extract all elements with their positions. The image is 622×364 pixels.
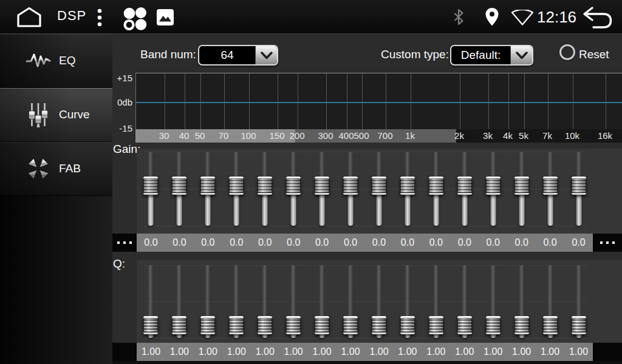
slider-knob[interactable]: [143, 316, 158, 334]
slider-track-upper: [291, 152, 296, 179]
apps-clover-icon[interactable]: [123, 7, 147, 31]
slider-knob[interactable]: [286, 316, 301, 334]
q-band-slider-4[interactable]: [222, 260, 251, 343]
slider-knob[interactable]: [143, 177, 158, 195]
slider-knob[interactable]: [457, 177, 472, 195]
chevron-down-icon[interactable]: [255, 46, 277, 64]
q-scroll-right-button[interactable]: [593, 343, 622, 361]
slider-knob[interactable]: [457, 316, 472, 334]
gain-band-slider-9[interactable]: [365, 149, 394, 234]
slider-knob[interactable]: [514, 177, 529, 195]
gain-band-slider-13[interactable]: [479, 149, 507, 234]
curve-faders-icon: [26, 102, 51, 127]
band-num-dropdown[interactable]: 64: [198, 45, 278, 66]
slider-knob[interactable]: [229, 177, 244, 195]
slider-knob[interactable]: [400, 316, 415, 334]
gain-band-slider-6[interactable]: [279, 149, 308, 234]
q-band-slider-12[interactable]: [450, 260, 479, 343]
gain-band-slider-12[interactable]: [450, 149, 479, 234]
gain-band-slider-5[interactable]: [251, 149, 279, 234]
gain-band-slider-3[interactable]: [194, 149, 222, 234]
slider-knob[interactable]: [572, 177, 586, 195]
q-band-slider-3[interactable]: [194, 260, 222, 343]
home-icon[interactable]: [15, 6, 44, 28]
q-band-slider-15[interactable]: [536, 260, 564, 343]
slider-knob[interactable]: [258, 177, 272, 195]
slider-track-upper: [547, 265, 553, 318]
eq-curve-graph[interactable]: [135, 73, 622, 129]
slider-knob[interactable]: [258, 316, 272, 334]
q-band-slider-13[interactable]: [479, 260, 507, 343]
sidebar-item-fab[interactable]: FAB: [0, 142, 112, 196]
q-band-slider-10[interactable]: [393, 260, 422, 343]
q-band-slider-2[interactable]: [165, 260, 194, 343]
band-num-label: Band num:: [140, 48, 196, 61]
q-band-slider-6[interactable]: [279, 260, 308, 343]
gain-band-slider-10[interactable]: [393, 149, 422, 234]
overflow-menu-icon[interactable]: [96, 8, 103, 27]
slider-knob[interactable]: [172, 177, 186, 195]
gain-band-slider-4[interactable]: [222, 149, 251, 234]
q-band-slider-7[interactable]: [308, 260, 337, 343]
slider-knob[interactable]: [229, 316, 244, 334]
freq-gridline: [573, 73, 573, 129]
gain-scroll-left-button[interactable]: [112, 234, 137, 252]
slider-knob[interactable]: [372, 316, 386, 334]
q-band-slider-9[interactable]: [365, 260, 394, 343]
slider-knob[interactable]: [200, 177, 215, 195]
slider-knob[interactable]: [514, 316, 529, 334]
slider-knob[interactable]: [543, 177, 558, 195]
slider-knob[interactable]: [486, 316, 501, 334]
gain-band-slider-7[interactable]: [308, 149, 337, 234]
gain-band-slider-8[interactable]: [337, 149, 365, 234]
slider-knob[interactable]: [400, 177, 415, 195]
gain-band-value-12: 0.0: [450, 234, 479, 252]
gain-band-slider-14[interactable]: [507, 149, 536, 234]
slider-knob[interactable]: [429, 316, 443, 334]
sidebar-item-eq[interactable]: EQ: [0, 34, 112, 88]
slider-track-upper: [262, 265, 268, 318]
gain-band-slider-1[interactable]: [137, 149, 165, 234]
q-band-slider-16[interactable]: [564, 260, 593, 343]
slider-knob[interactable]: [315, 316, 329, 334]
gain-band-slider-2[interactable]: [165, 149, 194, 234]
slider-knob[interactable]: [429, 177, 443, 195]
q-band-slider-1[interactable]: [137, 260, 165, 343]
slider-knob[interactable]: [200, 316, 215, 334]
frequency-axis: 304050701001502003004005007001k2k3k4k5k7…: [135, 129, 622, 143]
gain-band-value-15: 0.0: [536, 234, 564, 252]
q-band-value-9: 1.00: [365, 343, 394, 361]
gain-band-slider-16[interactable]: [564, 149, 593, 234]
gain-band-slider-15[interactable]: [536, 149, 564, 234]
custom-type-dropdown[interactable]: Default:: [450, 45, 533, 66]
gain-band-slider-11[interactable]: [422, 149, 450, 234]
q-band-slider-14[interactable]: [507, 260, 536, 343]
q-band-slider-8[interactable]: [337, 260, 365, 343]
slider-track-lower: [462, 192, 467, 226]
q-band-slider-11[interactable]: [422, 260, 450, 343]
slider-knob[interactable]: [572, 316, 586, 334]
q-section-label: Q:: [113, 257, 125, 271]
slider-knob[interactable]: [315, 177, 329, 195]
slider-track-upper: [462, 152, 467, 179]
slider-knob[interactable]: [486, 177, 501, 195]
slider-knob[interactable]: [343, 316, 358, 334]
slider-knob[interactable]: [543, 316, 558, 334]
slider-knob[interactable]: [286, 177, 301, 195]
sidebar-item-curve[interactable]: Curve: [0, 88, 112, 142]
wifi-icon: [510, 10, 535, 26]
chevron-down-icon[interactable]: [510, 46, 532, 64]
gallery-icon[interactable]: [157, 9, 174, 25]
q-band-slider-5[interactable]: [251, 260, 279, 343]
back-icon[interactable]: [579, 5, 615, 30]
reset-radio-button[interactable]: [559, 44, 575, 60]
slider-track-lower: [234, 192, 239, 226]
sidebar: EQ Curve: [0, 34, 112, 364]
slider-knob[interactable]: [343, 177, 358, 195]
q-scroll-left-button[interactable]: [112, 343, 137, 361]
gain-scroll-right-button[interactable]: [593, 234, 622, 252]
fab-arrows-icon: [26, 157, 51, 180]
slider-knob[interactable]: [372, 177, 386, 195]
freq-tick-label: 7k: [542, 130, 552, 141]
slider-knob[interactable]: [172, 316, 186, 334]
